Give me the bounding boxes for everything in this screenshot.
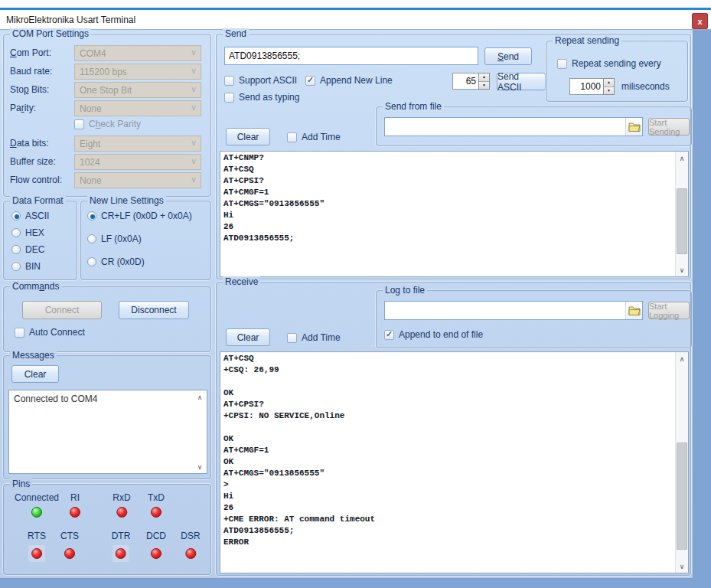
com-port-settings-group: COM Port Settings Com Port: COM4∨ Baud r…: [3, 34, 211, 197]
parity-combo[interactable]: None∨: [74, 100, 201, 116]
start-sending-button[interactable]: Start Sending: [648, 118, 690, 136]
led-red-icon: [116, 548, 126, 559]
ascii-code-spinner[interactable]: 65 ▲▼: [452, 73, 490, 90]
send-file-path-input[interactable]: [385, 118, 625, 136]
start-logging-button[interactable]: Start Logging: [648, 302, 690, 319]
send-log-textarea[interactable]: AT+CNMP? AT+CSQ AT+CPSI? AT+CMGF=1 AT+CM…: [220, 151, 689, 277]
repeat-interval-spinner[interactable]: 1000 ▲▼: [569, 78, 615, 95]
pin-rts[interactable]: RTS: [28, 531, 46, 562]
receive-title: Receive: [223, 276, 260, 287]
send-add-time-checkbox[interactable]: Add Time: [287, 132, 341, 142]
radio-dot: [87, 257, 96, 266]
checkbox-box: [384, 330, 394, 340]
scroll-up-icon[interactable]: ∧: [194, 391, 206, 403]
scroll-down-icon[interactable]: ∨: [194, 461, 206, 472]
append-to-end-checkbox[interactable]: Append to end of file: [384, 329, 483, 340]
baud-rate-combo[interactable]: 115200 bps∨: [74, 64, 201, 80]
repeat-sending-group: Repeat sending Repeat sending every 1000…: [546, 41, 688, 102]
check-parity-checkbox[interactable]: Check Parity: [74, 119, 141, 129]
radio-dot: [11, 228, 21, 237]
send-as-typing-checkbox[interactable]: Send as typing: [224, 92, 299, 103]
flow-control-combo[interactable]: None∨: [74, 172, 201, 188]
pin-cts: CTS: [60, 531, 79, 559]
browse-file-button[interactable]: [625, 302, 642, 319]
messages-textarea[interactable]: Connected to COM4 ∧ ∨: [8, 390, 207, 474]
chevron-down-icon: ∨: [191, 66, 197, 76]
chevron-down-icon: ∨: [191, 47, 197, 57]
radio-ascii[interactable]: ASCII: [11, 211, 49, 221]
send-log-scrollbar[interactable]: ∧ ∨: [675, 152, 688, 276]
messages-group: Messages Clear Connected to COM4 ∧ ∨: [3, 355, 211, 479]
receive-log-textarea[interactable]: AT+CSQ +CSQ: 26,99 OK AT+CPSI? +CPSI: NO…: [220, 351, 689, 573]
radio-dot: [11, 245, 21, 254]
scrollbar-thumb[interactable]: [677, 188, 687, 254]
checkbox-box: [74, 119, 84, 129]
rts-toggle-button[interactable]: [28, 545, 45, 562]
send-ascii-button[interactable]: Send ASCII: [497, 73, 546, 90]
scroll-up-icon[interactable]: ∧: [676, 353, 688, 364]
commands-title: Commands: [10, 281, 61, 292]
append-new-line-checkbox[interactable]: Append New Line: [305, 75, 393, 86]
send-input[interactable]: [224, 47, 478, 65]
log-file-path-box: [384, 301, 643, 320]
radio-crlf[interactable]: CR+LF (0x0D + 0x0A): [87, 211, 192, 221]
scrollbar-thumb[interactable]: [677, 443, 687, 550]
log-to-file-group: Log to file Start Logging Append to end …: [376, 290, 692, 348]
pin-dtr[interactable]: DTR: [112, 531, 131, 562]
scroll-up-icon[interactable]: ∧: [676, 152, 688, 164]
dtr-toggle-button[interactable]: [113, 545, 129, 562]
send-clear-button[interactable]: Clear: [226, 128, 270, 145]
spin-down-icon[interactable]: ▼: [604, 87, 614, 95]
send-group: Send Send Support ASCII Append New Line …: [216, 34, 691, 279]
pin-rxd: RxD: [113, 492, 130, 518]
scroll-down-icon[interactable]: ∨: [676, 560, 688, 572]
radio-cr[interactable]: CR (0x0D): [87, 256, 145, 267]
new-line-settings-group: New Line Settings CR+LF (0x0D + 0x0A) LF…: [80, 201, 211, 280]
repeat-sending-checkbox[interactable]: Repeat sending every: [557, 58, 661, 69]
disconnect-button[interactable]: Disconnect: [119, 301, 189, 319]
log-file-path-input[interactable]: [385, 302, 625, 319]
auto-connect-checkbox[interactable]: Auto Connect: [15, 327, 85, 338]
messages-clear-button[interactable]: Clear: [11, 365, 59, 383]
receive-add-time-checkbox[interactable]: Add Time: [287, 332, 341, 343]
close-button[interactable]: x: [692, 13, 708, 29]
com-port-combo[interactable]: COM4∨: [74, 45, 201, 61]
checkbox-box: [224, 93, 234, 103]
browse-file-button[interactable]: [625, 118, 642, 136]
data-bits-combo[interactable]: Eight∨: [74, 136, 201, 152]
spin-up-icon[interactable]: ▲: [479, 74, 489, 81]
connect-button[interactable]: Connect: [22, 301, 102, 319]
data-bits-label: Data bits:: [10, 138, 49, 149]
send-button[interactable]: Send: [484, 47, 532, 65]
checkbox-box: [287, 132, 297, 142]
folder-icon: [628, 122, 641, 132]
screen: MikroElektronika Usart Terminal x COM Po…: [0, 0, 711, 588]
led-red-icon: [185, 548, 196, 559]
send-file-path-box: [384, 117, 643, 136]
radio-dec[interactable]: DEC: [11, 244, 44, 255]
receive-clear-button[interactable]: Clear: [226, 328, 270, 346]
pins-group: Pins Connected RI RxD TxD RTS CTS DTR DC…: [3, 484, 211, 575]
spin-up-icon[interactable]: ▲: [604, 79, 614, 87]
titlebar[interactable]: MikroElektronika Usart Terminal x: [0, 10, 711, 30]
support-ascii-checkbox[interactable]: Support ASCII: [224, 75, 297, 86]
radio-dot: [87, 234, 96, 243]
radio-lf[interactable]: LF (0x0A): [87, 234, 142, 244]
checkbox-box: [305, 76, 315, 86]
messages-text: Connected to COM4: [9, 390, 207, 407]
repeat-interval-value: 1000: [569, 78, 603, 95]
send-from-file-group: Send from file Start Sending: [376, 106, 692, 146]
spin-down-icon[interactable]: ▼: [479, 81, 489, 90]
radio-hex[interactable]: HEX: [11, 227, 44, 238]
chevron-down-icon: ∨: [191, 156, 197, 166]
radio-bin[interactable]: BIN: [11, 261, 41, 272]
receive-log-scrollbar[interactable]: ∧ ∨: [675, 352, 688, 573]
buffer-size-combo[interactable]: 1024∨: [74, 154, 201, 170]
scroll-down-icon[interactable]: ∨: [676, 264, 688, 276]
data-format-title: Data Format: [10, 195, 66, 206]
repeat-sending-title: Repeat sending: [553, 35, 621, 46]
pin-dcd: DCD: [146, 531, 166, 559]
messages-scrollbar[interactable]: ∧ ∨: [194, 390, 207, 473]
stop-bits-combo[interactable]: One Stop Bit∨: [74, 82, 201, 98]
window-title: MikroElektronika Usart Terminal: [6, 15, 135, 25]
